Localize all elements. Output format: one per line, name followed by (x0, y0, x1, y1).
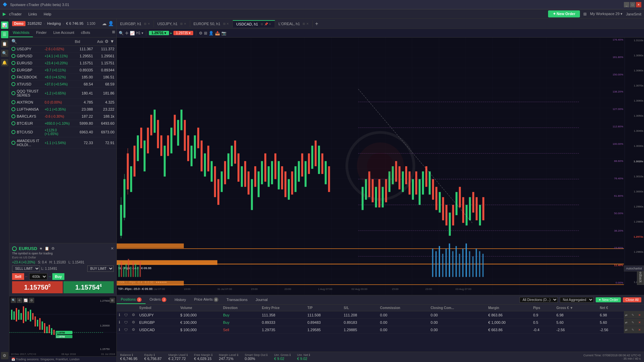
watchlist-item[interactable]: EURGBP +9.7 (+0.11%) 0.89335 0.89344 (9, 67, 116, 74)
pos-settings-btn[interactable]: ⚙ (130, 326, 137, 334)
menu-ctrader[interactable]: cTrader (6, 11, 25, 17)
col-commission[interactable]: Commission (378, 305, 429, 311)
watchlist-item[interactable]: EURUSD +23.4 (+0.20%) 1.15751 1.15751 (9, 60, 116, 67)
sell-btn-label[interactable] (12, 273, 24, 280)
btab-price-alerts[interactable]: Price Alerts 0 (190, 296, 223, 304)
tab-finder[interactable]: Finder (33, 28, 50, 37)
pos-info-btn[interactable]: ℹ (117, 319, 122, 326)
col-net[interactable]: Net € (598, 305, 624, 311)
workspace-selector[interactable]: My Workspace 29 ▾ (590, 12, 623, 16)
pos-protect-btn[interactable]: 🛡 (122, 311, 130, 319)
pos-info-btn[interactable]: ℹ (117, 326, 122, 334)
pos-edit-btn[interactable]: ✎ (631, 311, 637, 319)
col-symbol[interactable]: Symbol (137, 305, 178, 311)
chart-tab-0[interactable]: EURGBP, h1 ⊞ ✕ (117, 20, 154, 27)
bottom-new-order-btn[interactable]: ✦ New Order (596, 297, 621, 302)
watchlist-item[interactable]: LUFTHANSA +0.1 (+0.35%) 23.088 23.222 (9, 106, 116, 113)
pos-settings-btn[interactable]: ⚙ (130, 311, 137, 319)
close-btn[interactable]: ✕ (636, 2, 641, 7)
maximize-btn[interactable]: □ (630, 2, 635, 7)
pos-settings-btn[interactable]: ⚙ (130, 319, 137, 326)
col-sl[interactable]: S/L (342, 305, 378, 311)
pos-reverse-btn[interactable]: ⇄ (624, 311, 631, 319)
col-pips[interactable]: Pips (531, 305, 554, 311)
chart-tab-2[interactable]: EUROPE 50, h1 ⊞ ✕ (190, 20, 233, 27)
star-icon[interactable]: ★ (39, 246, 43, 251)
menu-help[interactable]: Help (40, 11, 55, 17)
settings-icon-btn[interactable]: ⚙ (1, 352, 8, 359)
sym-icon2[interactable]: 📋 (45, 246, 49, 251)
cloud-icon-btn[interactable]: ☁ (102, 21, 107, 26)
btab-journal[interactable]: Journal (252, 296, 272, 304)
pos-reverse-btn[interactable]: ⇄ (624, 326, 631, 334)
pos-close-btn[interactable]: ✕ (637, 326, 644, 334)
indicator-btn[interactable]: 📈 (130, 31, 135, 36)
col-closing-comm[interactable]: Closing Com... (429, 305, 486, 311)
price-badge-1[interactable]: 1.29731 ▾ (149, 31, 169, 35)
search-icon[interactable]: 🔍 (11, 39, 17, 44)
watchlist-item[interactable]: USDJPY -2.6 (-0.02%) 111.367 111.372 (9, 46, 116, 53)
pos-edit-btn[interactable]: ✎ (631, 319, 637, 326)
orders-icon-btn[interactable]: 📋 (1, 40, 8, 48)
layout-icon[interactable]: ⊞ (583, 12, 587, 16)
alerts-icon-btn[interactable]: 🔔 (1, 59, 8, 66)
btab-orders[interactable]: Orders 2 (146, 296, 171, 304)
chart-expand-btn[interactable]: ⊞ (204, 31, 207, 36)
btab-history[interactable]: History (170, 296, 190, 304)
new-order-btn[interactable]: ✦ New Order (548, 10, 580, 17)
watchlist-item[interactable]: GBPUSD +14.1 (+0.11%) 1.29551 1.29561 (9, 53, 116, 60)
chart-tab-3[interactable]: USDCAD, h1 ⊞ 📌 ✕ (233, 20, 275, 27)
watchlist-item[interactable]: BTC/USD +1129.0 (+1.65%) 6963.40 6973.00 (9, 127, 116, 137)
tab-live-account[interactable]: Live Account (50, 28, 77, 37)
watchlist-icon-btn[interactable]: ☰ (1, 31, 8, 38)
col-gross[interactable]: Gross € ▼ (554, 305, 598, 311)
sym-icon3[interactable]: ⚙ (51, 246, 55, 251)
watchlist-item[interactable]: AIXTRON 0.0 (0.00%) 4.785 4.325 (9, 99, 116, 106)
mini-indicator-btn[interactable]: 📈 (23, 298, 28, 303)
search-toolbar-btn[interactable]: 🔍 (119, 31, 124, 36)
quantity-select[interactable]: 400k (29, 273, 47, 280)
add-chart-tab-btn[interactable]: + (313, 19, 321, 28)
watchlist-item[interactable]: BTC/EUR +650.0 (+1.10%) 5999.80 6493.60 (9, 120, 116, 127)
aggregation-filter[interactable]: Not Aggregated (560, 297, 594, 303)
pos-protect-btn[interactable]: 🛡 (122, 319, 130, 326)
settings-icon[interactable]: ⚙ (105, 39, 109, 44)
chart-camera-btn[interactable]: 📷 (221, 31, 226, 36)
watchlist-item[interactable]: QQQ TRUST SERIES +1.2 (+0.65%) 180.41 18… (9, 88, 116, 99)
mini-settings-btn[interactable]: ⚙ (29, 298, 34, 303)
menu-links[interactable]: Links (25, 11, 41, 17)
more-icon[interactable]: ▼ (110, 39, 114, 44)
minimize-btn[interactable]: _ (624, 2, 629, 7)
btab-transactions[interactable]: Transactions (222, 296, 252, 304)
col-tp[interactable]: T/P (305, 305, 341, 311)
tab-cbots[interactable]: cBots (77, 28, 94, 37)
timeframe-btn[interactable]: H1 ▾ (136, 31, 143, 35)
window-controls[interactable]: _ □ ✕ (624, 2, 641, 7)
sell-price-box[interactable]: 1.157500 (12, 281, 63, 293)
pos-reverse-btn[interactable]: ⇄ (624, 319, 631, 326)
chart-tab-1[interactable]: USDJPY, h1 ⊞ ✕ (154, 20, 190, 27)
watchlist-item[interactable]: BARCLAYS -0.6 (-0.30%) 187.22 188.1k (9, 113, 116, 120)
mini-expand-btn[interactable]: ⊞ (110, 298, 115, 303)
tab-watchlists[interactable]: Watchlists (9, 28, 33, 37)
chart-share-btn[interactable]: 📤 (215, 31, 220, 36)
watchlist-item[interactable]: AMADEUS IT HOLDI... +1.1 (+1.54%) 72.33 … (9, 137, 116, 148)
watchlist-item[interactable]: FACEBOOK +8.0 (+4.52%) 185.00 186.51 (9, 74, 116, 81)
direction-filter[interactable]: All Directions (D...) (520, 297, 558, 303)
col-entry[interactable]: Entry Price (260, 305, 306, 311)
chart-person-btn[interactable]: 👤 (209, 31, 214, 36)
mini-zoom-btn[interactable]: 🔍 (11, 298, 16, 303)
chart-tab-4[interactable]: L'OREAL, h1 ⊞ ✕ (275, 20, 312, 27)
pos-info-btn[interactable]: ℹ (117, 311, 122, 319)
price-badge-2[interactable]: 1.29735 ▾ (173, 31, 194, 35)
pos-protect-btn[interactable]: 🛡 (122, 326, 130, 334)
autochartist-btn[interactable]: Autochartist (624, 265, 644, 272)
watchlist-item[interactable]: XTI/USD +37.0 (+0.54%) 68.54 68.59 (9, 81, 116, 88)
buy-price-box[interactable]: 1.157544 (63, 281, 114, 293)
chart-settings-btn[interactable]: ⚙ (199, 31, 203, 36)
col-volume[interactable]: Volume (178, 305, 221, 311)
sell-limit-select[interactable]: SELL LIMIT (12, 265, 40, 272)
pos-edit-btn[interactable]: ✎ (631, 326, 637, 334)
mini-cross-btn[interactable]: ✛ (17, 298, 22, 303)
btab-positions[interactable]: Positions 3 (117, 296, 146, 304)
